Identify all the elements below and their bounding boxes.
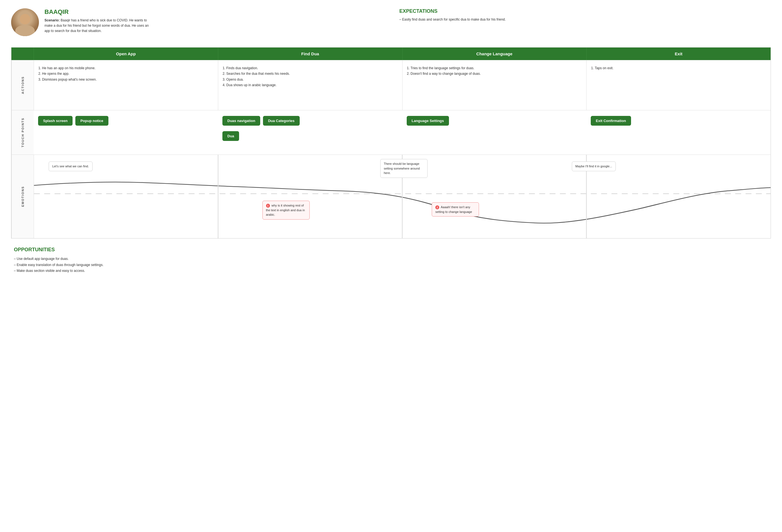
expectations-text: – Easily find duas and search for specif… bbox=[399, 17, 771, 22]
avatar-image bbox=[11, 8, 39, 36]
persona-section: BAAQIR Scenario: Baaqir has a friend who… bbox=[11, 8, 383, 36]
emotion-bubble-1: Let's see what we can find. bbox=[49, 162, 93, 171]
avatar bbox=[11, 8, 39, 36]
touchpoints-cell-0: Splash screen Popup notice bbox=[34, 110, 218, 154]
opportunities-section: OPPORTUNITIES – Use default app language… bbox=[11, 247, 771, 274]
emotions-content: Let's see what we can find. There should… bbox=[34, 155, 771, 238]
persona-info: BAAQIR Scenario: Baaqir has a friend who… bbox=[44, 8, 150, 34]
actions-text-3: 1. Taps on exit. bbox=[591, 65, 766, 71]
touchpoints-cell-3: Exit Confirmation bbox=[586, 110, 771, 154]
persona-scenario: Scenario: Baaqir has a friend who is sic… bbox=[44, 18, 150, 34]
opportunities-item-2: – Make duas section visible and easy to … bbox=[14, 268, 768, 274]
col-header-change-language: Change Language bbox=[402, 47, 586, 60]
touchpoints-row: TOUCH POINTS Splash screen Popup notice … bbox=[11, 110, 771, 154]
actions-cell-2: 1. Tries to find the language settings f… bbox=[402, 60, 586, 110]
actions-cell-0: 1. He has an app on his mobile phone.2. … bbox=[34, 60, 218, 110]
actions-cell-3: 1. Taps on exit. bbox=[586, 60, 771, 110]
emotions-row: EMOTIONS Let's see what we can find. The… bbox=[11, 154, 771, 238]
expectations-title: EXPECTATIONS bbox=[399, 8, 771, 14]
journey-map: Open App Find Dua Change Language Exit A… bbox=[11, 47, 771, 239]
touchpoints-cell-2: Language Settings bbox=[402, 110, 586, 154]
header-empty bbox=[11, 47, 34, 60]
actions-text-1: 1. Finds dua navigation.2. Searches for … bbox=[223, 65, 398, 88]
col-header-find-dua: Find Dua bbox=[218, 47, 402, 60]
journey-header: Open App Find Dua Change Language Exit bbox=[11, 47, 771, 60]
persona-name: BAAQIR bbox=[44, 8, 150, 15]
actions-cell-1: 1. Finds dua navigation.2. Searches for … bbox=[218, 60, 402, 110]
language-settings-button[interactable]: Language Settings bbox=[407, 116, 449, 126]
opportunities-item-0: – Use default app language for duas. bbox=[14, 256, 768, 262]
splash-screen-button[interactable]: Splash screen bbox=[38, 116, 73, 126]
header: BAAQIR Scenario: Baaqir has a friend who… bbox=[11, 8, 771, 36]
popup-notice-button[interactable]: Popup notice bbox=[75, 116, 108, 126]
actions-row: ACTIONS 1. He has an app on his mobile p… bbox=[11, 60, 771, 110]
emotion-bubble-4: 1 why is it showing rest of the text in … bbox=[262, 201, 310, 220]
touchpoints-cell-1: Duas navigation Dua Categories Dua bbox=[218, 110, 402, 154]
opportunities-item-1: – Enable easy translation of duas throug… bbox=[14, 262, 768, 268]
emotion-bubble-5: 2 Aaaah! there isn't any setting to chan… bbox=[432, 202, 479, 216]
dua-categories-button[interactable]: Dua Categories bbox=[263, 116, 299, 126]
duas-navigation-button[interactable]: Duas navigation bbox=[222, 116, 260, 126]
opportunities-title: OPPORTUNITIES bbox=[14, 247, 768, 253]
actions-text-0: 1. He has an app on his mobile phone.2. … bbox=[38, 65, 213, 82]
emotions-label: EMOTIONS bbox=[11, 155, 34, 238]
expectations-section: EXPECTATIONS – Easily find duas and sear… bbox=[399, 8, 771, 22]
red-dot-2: 2 bbox=[435, 205, 439, 209]
col-header-open-app: Open App bbox=[34, 47, 218, 60]
emotion-bubble-3: Maybe I'll find it in google... bbox=[572, 162, 616, 171]
red-dot-1: 1 bbox=[266, 204, 270, 208]
col-header-exit: Exit bbox=[586, 47, 771, 60]
dua-button[interactable]: Dua bbox=[222, 131, 239, 141]
actions-text-2: 1. Tries to find the language settings f… bbox=[407, 65, 582, 77]
touchpoints-label: TOUCH POINTS bbox=[11, 110, 34, 154]
actions-label: ACTIONS bbox=[11, 60, 34, 110]
emotion-bubble-2: There should be language setting somewhe… bbox=[380, 159, 428, 178]
exit-confirmation-button[interactable]: Exit Confirmation bbox=[591, 116, 631, 126]
